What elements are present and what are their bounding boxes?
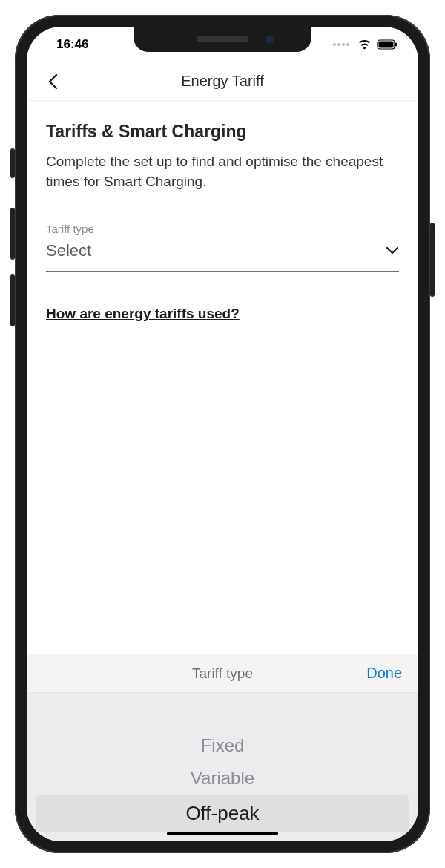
chevron-left-icon bbox=[47, 73, 58, 90]
mute-switch bbox=[10, 148, 15, 178]
nav-title: Energy Tariff bbox=[181, 73, 264, 90]
tariff-type-select[interactable]: Select bbox=[46, 241, 399, 272]
svg-rect-2 bbox=[395, 43, 397, 47]
done-button[interactable]: Done bbox=[366, 665, 402, 682]
chevron-down-icon bbox=[386, 246, 399, 255]
main-content: Tariffs & Smart Charging Complete the se… bbox=[27, 101, 418, 654]
power-button bbox=[430, 223, 435, 297]
help-link[interactable]: How are energy tariffs used? bbox=[46, 306, 399, 322]
status-time: 16:46 bbox=[47, 37, 88, 52]
picker-sheet: Tariff type Done Fixed Variable Off-peak bbox=[27, 654, 418, 841]
screen: 16:46 Energy Tariff Tariffs & Sm bbox=[27, 27, 418, 841]
picker-option-variable[interactable]: Variable bbox=[27, 762, 418, 795]
status-indicators bbox=[333, 39, 398, 50]
picker-wheel[interactable]: Fixed Variable Off-peak bbox=[27, 693, 418, 841]
picker-title: Tariff type bbox=[192, 665, 253, 682]
section-description: Complete the set up to find and optimise… bbox=[46, 152, 399, 191]
back-button[interactable] bbox=[42, 70, 64, 93]
picker-toolbar: Tariff type Done bbox=[27, 654, 418, 693]
picker-option-offpeak[interactable]: Off-peak bbox=[36, 795, 409, 832]
volume-up-button bbox=[10, 208, 15, 260]
tariff-type-label: Tariff type bbox=[46, 223, 399, 235]
wifi-icon bbox=[357, 39, 372, 50]
section-heading: Tariffs & Smart Charging bbox=[46, 122, 399, 142]
cellular-dots-icon bbox=[333, 43, 349, 46]
volume-down-button bbox=[10, 274, 15, 326]
tariff-type-value: Select bbox=[46, 241, 91, 260]
notch bbox=[134, 27, 312, 52]
front-camera bbox=[266, 35, 274, 44]
home-indicator[interactable] bbox=[167, 832, 278, 835]
svg-rect-1 bbox=[379, 42, 394, 48]
phone-frame: 16:46 Energy Tariff Tariffs & Sm bbox=[15, 15, 430, 853]
speaker bbox=[197, 36, 248, 42]
nav-header: Energy Tariff bbox=[27, 62, 418, 101]
picker-option-fixed[interactable]: Fixed bbox=[27, 729, 418, 762]
battery-icon bbox=[377, 39, 398, 50]
